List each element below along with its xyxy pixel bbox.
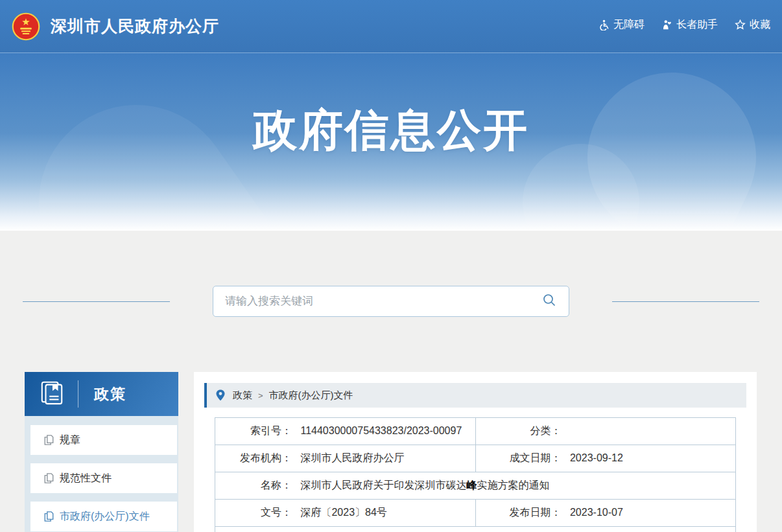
star-icon [735, 19, 746, 30]
sidebar-header-divider [78, 380, 78, 408]
search-input[interactable] [225, 295, 541, 308]
index-number-value: 114403000075433823/2023-00097 [300, 425, 462, 436]
page-title: 政府信息公开 [0, 53, 782, 160]
policy-sidebar: 政策 规章 规范性文件 [25, 372, 178, 532]
document-name-label: 名称： [215, 479, 292, 492]
category-cell: 分类： [475, 418, 736, 445]
wheelchair-icon [598, 19, 610, 30]
sidebar-item-municipal-government-documents[interactable]: 市政府(办公厅)文件 [30, 502, 177, 531]
sidebar-item-label: 规章 [60, 434, 80, 447]
publish-date-cell: 发布日期： 2023-10-07 [475, 500, 736, 527]
favorite-label: 收藏 [750, 18, 770, 32]
policy-book-icon [39, 380, 65, 408]
publish-date-value: 2023-10-07 [570, 507, 623, 518]
main-wrapper: 政策 规章 规范性文件 [0, 372, 782, 532]
left-decorative-line [23, 301, 170, 302]
sidebar-item-label: 规范性文件 [60, 472, 112, 485]
document-icon [44, 473, 54, 483]
location-pin-icon [216, 389, 225, 401]
written-date-value: 2023-09-12 [570, 452, 623, 463]
svg-text:★: ★ [21, 16, 30, 27]
elder-assistant-link[interactable]: 长者助手 [661, 18, 718, 32]
breadcrumb-separator: > [258, 391, 263, 400]
highlighted-keyword: 峰 [466, 480, 477, 491]
table-row [215, 527, 736, 532]
top-header-bar: ★ 深圳市人民政府办公厅 无障碍 [0, 0, 782, 53]
search-box [213, 286, 569, 317]
sidebar-menu: 规章 规范性文件 市政府(办公厅)文件 [25, 416, 178, 532]
page-banner: 政府信息公开 [0, 53, 782, 231]
sidebar-title: 政策 [94, 384, 126, 404]
issuer-value: 深圳市人民政府办公厅 [300, 452, 404, 463]
document-name-cell: 名称： 深圳市人民政府关于印发深圳市碳达峰实施方案的通知 [215, 472, 736, 500]
elder-assistant-label: 长者助手 [676, 18, 718, 32]
index-number-label: 索引号： [215, 424, 292, 438]
site-title: 深圳市人民政府办公厅 [51, 16, 219, 37]
sidebar-item-label: 市政府(办公厅)文件 [60, 510, 150, 524]
breadcrumb-item-municipal-documents[interactable]: 市政府(办公厅)文件 [269, 389, 353, 402]
written-date-label: 成文日期： [476, 452, 562, 465]
category-label: 分类： [476, 424, 562, 438]
person-heart-icon [661, 19, 672, 30]
sidebar-header: 政策 [25, 372, 178, 416]
right-decorative-line [612, 301, 759, 302]
issuer-label: 发布机构： [215, 452, 292, 465]
document-meta-table: 索引号： 114403000075433823/2023-00097 分类： 发… [215, 417, 736, 532]
sidebar-item-normative-documents[interactable]: 规范性文件 [30, 463, 177, 493]
document-icon [44, 511, 54, 522]
document-icon [44, 435, 54, 445]
written-date-cell: 成文日期： 2023-09-12 [475, 445, 736, 472]
index-number-cell: 索引号： 114403000075433823/2023-00097 [215, 418, 476, 445]
search-section [0, 231, 782, 317]
doc-number-label: 文号： [215, 506, 292, 520]
clipped-row-cell [215, 527, 736, 532]
issuer-cell: 发布机构： 深圳市人民政府办公厅 [215, 445, 476, 472]
favorite-link[interactable]: 收藏 [735, 18, 770, 32]
document-name-value: 深圳市人民政府关于印发深圳市碳达峰实施方案的通知 [300, 480, 549, 491]
publish-date-label: 发布日期： [476, 506, 562, 520]
document-detail-panel: 政策 > 市政府(办公厅)文件 索引号： 114403000075433823/… [194, 372, 757, 532]
table-row: 发布机构： 深圳市人民政府办公厅 成文日期： 2023-09-12 [215, 445, 736, 472]
national-emblem-logo: ★ [12, 12, 40, 41]
content-area: 政策 规章 规范性文件 [0, 231, 782, 532]
breadcrumb-item-policy[interactable]: 政策 [233, 389, 252, 402]
table-row: 文号： 深府〔2023〕84号 发布日期： 2023-10-07 [215, 500, 736, 527]
doc-number-value: 深府〔2023〕84号 [300, 507, 386, 518]
accessibility-label: 无障碍 [613, 18, 645, 32]
accessibility-link[interactable]: 无障碍 [598, 18, 645, 32]
doc-number-cell: 文号： 深府〔2023〕84号 [215, 500, 476, 527]
search-icon[interactable] [541, 292, 557, 310]
top-utility-links: 无障碍 长者助手 收藏 [598, 18, 770, 32]
sidebar-item-regulations[interactable]: 规章 [30, 425, 177, 455]
table-row: 名称： 深圳市人民政府关于印发深圳市碳达峰实施方案的通知 [215, 472, 736, 500]
table-row: 索引号： 114403000075433823/2023-00097 分类： [215, 418, 736, 445]
breadcrumb: 政策 > 市政府(办公厅)文件 [204, 383, 746, 408]
